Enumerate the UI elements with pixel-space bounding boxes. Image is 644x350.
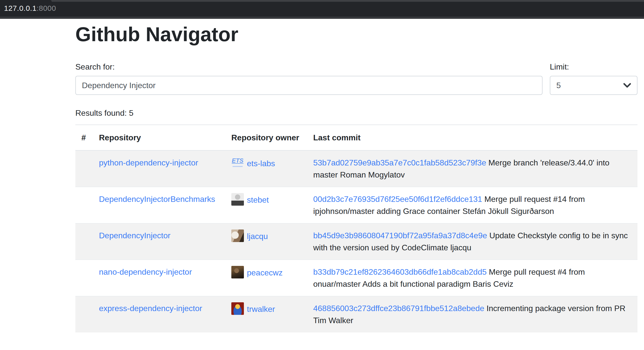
owner-cell: ljacqu: [225, 223, 307, 260]
repository-cell: python-dependency-injector: [93, 150, 225, 187]
url-port: :8000: [37, 4, 56, 13]
repository-link[interactable]: nano-dependency-injector: [99, 267, 192, 276]
browser-tab-strip: [0, 0, 644, 2]
repository-cell: nano-dependency-injector: [93, 260, 225, 296]
commit-hash-link[interactable]: b33db79c21ef8262364603db66dfe1ab8cab2dd5: [313, 267, 487, 276]
search-input[interactable]: [75, 76, 543, 95]
owner-link[interactable]: ets-labs: [247, 159, 275, 168]
repository-link[interactable]: DependencyInjector: [99, 231, 171, 240]
commit-cell: 00d2b3c7e76935d76f25ee50f6d1f2ef6ddce131…: [307, 187, 637, 223]
owner-avatar: [231, 229, 244, 242]
row-index-cell: [75, 296, 93, 333]
commit-cell: bb45d9e3b98608047190bf72a95fa9a37d8c4e9e…: [307, 223, 637, 260]
row-index-cell: [75, 223, 93, 260]
repository-cell: express-dependency-injector: [93, 296, 225, 333]
commit-cell: 53b7ad02759e9ab35a7e7c0c1fab58d523c79f3e…: [307, 150, 637, 187]
owner-avatar: [231, 266, 244, 278]
table-header: # Repository Repository owner Last commi…: [75, 125, 637, 150]
table-body: python-dependency-injector ETS ets-labs …: [75, 150, 637, 332]
commit-hash-link[interactable]: 53b7ad02759e9ab35a7e7c0c1fab58d523c79f3e: [313, 158, 486, 167]
results-summary: Results found: 5: [75, 108, 637, 118]
address-bar[interactable]: 127.0.0.1:8000: [4, 0, 56, 17]
commit-hash-link[interactable]: bb45d9e3b98608047190bf72a95fa9a37d8c4e9e: [313, 231, 487, 240]
owner-cell: stebet: [225, 187, 307, 223]
owner-avatar: [231, 302, 244, 315]
repository-link[interactable]: express-dependency-injector: [99, 304, 202, 313]
owner-cell: ETS ets-labs: [225, 150, 307, 187]
limit-label: Limit:: [550, 61, 637, 73]
row-index-cell: [75, 260, 93, 296]
row-index-cell: [75, 150, 93, 187]
url-host: 127.0.0.1: [4, 4, 37, 13]
header-index: #: [75, 125, 93, 150]
header-owner: Repository owner: [225, 125, 307, 150]
page-title: Github Navigator: [75, 22, 637, 46]
repository-cell: DependencyInjectorBenchmarks: [93, 187, 225, 223]
table-row: DependencyInjector ljacqu bb45d9e3b98608…: [75, 223, 637, 260]
commit-hash-link[interactable]: 468856003c273dffce23b86791fbbe512a8ebede: [313, 304, 484, 313]
owner-link[interactable]: ljacqu: [247, 232, 268, 241]
row-index-cell: [75, 187, 93, 223]
owner-avatar: [231, 193, 244, 206]
table-row: python-dependency-injector ETS ets-labs …: [75, 150, 637, 187]
chrome-bottom-strip: [0, 17, 644, 19]
main-content: Github Navigator Search for: Limit: 5 Re…: [75, 22, 637, 332]
search-group: Search for:: [75, 61, 543, 95]
repository-link[interactable]: python-dependency-injector: [99, 158, 198, 167]
owner-link[interactable]: peacecwz: [247, 268, 283, 277]
search-form: Search for: Limit: 5: [75, 61, 637, 95]
owner-avatar: ETS: [231, 157, 244, 169]
owner-link[interactable]: trwalker: [247, 305, 275, 314]
table-row: nano-dependency-injector peacecwz b33db7…: [75, 260, 637, 296]
header-repository: Repository: [93, 125, 225, 150]
repository-cell: DependencyInjector: [93, 223, 225, 260]
limit-select[interactable]: 5: [550, 76, 637, 95]
owner-link[interactable]: stebet: [247, 195, 269, 204]
browser-chrome: 127.0.0.1:8000: [0, 0, 644, 19]
owner-cell: peacecwz: [225, 260, 307, 296]
results-table: # Repository Repository owner Last commi…: [75, 125, 637, 332]
commit-hash-link[interactable]: 00d2b3c7e76935d76f25ee50f6d1f2ef6ddce131: [313, 195, 482, 204]
table-row: express-dependency-injector trwalker 468…: [75, 296, 637, 333]
commit-cell: 468856003c273dffce23b86791fbbe512a8ebede…: [307, 296, 637, 333]
limit-group: Limit: 5: [550, 61, 637, 95]
commit-cell: b33db79c21ef8262364603db66dfe1ab8cab2dd5…: [307, 260, 637, 296]
table-row: DependencyInjectorBenchmarks stebet 00d2…: [75, 187, 637, 223]
search-label: Search for:: [75, 61, 543, 73]
header-last-commit: Last commit: [307, 125, 637, 150]
repository-link[interactable]: DependencyInjectorBenchmarks: [99, 195, 215, 204]
avatar-logo-text: ETS: [231, 157, 244, 164]
owner-cell: trwalker: [225, 296, 307, 333]
